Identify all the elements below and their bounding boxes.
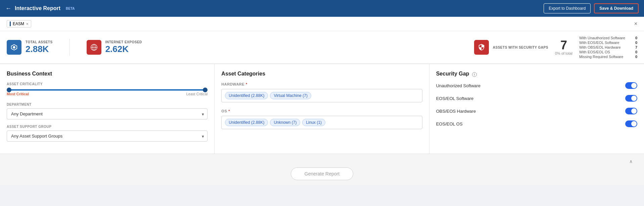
toggle-switch[interactable] [625,120,637,127]
security-list-item: With OBS/EOL Hardware7 [579,45,637,49]
tag-bar: EASM × × [0,17,644,31]
header: ← Interactive Report BETA Export to Dash… [0,0,644,17]
os-tag[interactable]: Linux (1) [302,119,325,126]
security-list-item: With EOS/EOL Software0 [579,41,637,45]
toggle-switch[interactable] [625,95,637,102]
security-gaps-value: 7 [560,39,567,51]
department-select[interactable]: Any Department [7,108,208,119]
internet-exposed-stat: INTERNET EXPOSED 2.62K [87,40,142,55]
stats-row: TOTAL ASSETS 2.88K INTERNET EXPOSED 2.62… [0,31,644,64]
total-assets-label: TOTAL ASSETS [26,40,53,44]
security-gap-info-icon: i [472,72,477,77]
asset-categories-title: Asset Categories [221,71,422,77]
main-content: EASM × × TOTAL ASSETS 2.88K INTERNET EXP… [0,17,644,154]
security-list-value: 0 [635,41,637,45]
hardware-tag[interactable]: Virtual Machine (7) [270,92,311,99]
total-assets-info: TOTAL ASSETS 2.88K [26,40,53,54]
toggle-switch[interactable] [625,82,637,89]
generate-report-button[interactable]: Generate Report [291,167,353,180]
security-gaps-pct: 0% of total [555,51,572,55]
slider-thumb-left[interactable] [7,88,11,92]
os-tag[interactable]: Unidentified (2.88K) [225,119,268,126]
security-gaps-stat: ASSETS WITH SECURITY GAPS [474,40,548,55]
department-label: DEPARTMENT [7,103,208,106]
back-arrow-icon[interactable]: ← [5,5,11,12]
asset-support-label: ASSET SUPPORT GROUP [7,125,208,128]
hardware-label: HARDWARE* [221,82,422,86]
collapse-arrow-area: ∧ [5,159,639,164]
security-list-value: 0 [635,50,637,54]
business-context-panel: Business Context ASSET CRITICALITY Most … [0,64,215,154]
security-gap-toggles: Unauthorized SoftwareEOS/EOL SoftwareOBS… [436,82,637,127]
security-list-value: 7 [635,45,637,49]
asset-categories-panel: Asset Categories HARDWARE* Unidentified … [215,64,429,154]
security-list-label: With OBS/EOL Hardware [579,45,621,49]
toggle-label: EOS/EOL Software [436,96,474,101]
toggle-row: EOS/EOL Software [436,95,637,102]
panels: Business Context ASSET CRITICALITY Most … [0,64,644,154]
security-gaps-label: ASSETS WITH SECURITY GAPS [493,46,548,49]
slider-thumb-right[interactable] [203,88,208,92]
security-gaps-count: 7 0% of total [555,39,572,55]
export-button[interactable]: Export to Dashboard [544,3,591,13]
os-label: OS* [221,109,422,113]
internet-exposed-label: INTERNET EXPOSED [105,40,142,44]
panel-close-icon[interactable]: × [634,21,637,27]
toggle-row: EOS/EOL OS [436,120,637,127]
collapse-icon[interactable]: ∧ [629,159,633,164]
page-title: Interactive Report [15,5,60,11]
security-gaps-info: ASSETS WITH SECURITY GAPS [493,46,548,49]
asset-criticality-section: ASSET CRITICALITY Most Critical Least Cr… [7,82,208,96]
asset-support-section: ASSET SUPPORT GROUP Any Asset Support Gr… [7,125,208,142]
internet-exposed-value: 2.62K [105,44,142,54]
hardware-required: * [246,82,247,86]
save-button[interactable]: Save & Download [594,3,639,13]
tag-divider [10,21,11,26]
criticality-slider[interactable] [7,89,208,91]
security-list-value: 0 [635,55,637,59]
os-required: * [228,109,230,113]
security-gap-title: Security Gap i [436,71,637,77]
tag-close-icon[interactable]: × [26,22,28,26]
security-list-item: Missing Required Software0 [579,55,637,59]
security-list-item: With EOS/EOL OS0 [579,50,637,54]
total-assets-icon [7,40,21,55]
slider-label-least-critical: Least Critical [186,92,208,96]
security-gap-panel: Security Gap i Unauthorized SoftwareEOS/… [429,64,644,154]
total-assets-stat: TOTAL ASSETS 2.88K [7,40,53,55]
internet-exposed-info: INTERNET EXPOSED 2.62K [105,40,142,54]
header-actions: Export to Dashboard Save & Download [544,3,639,13]
easm-tag: EASM × [7,20,31,28]
asset-support-select-wrapper: Any Asset Support Groups ▾ [7,131,208,142]
os-section: OS* Unidentified (2.88K)Unknown (7)Linux… [221,109,422,129]
toggle-switch[interactable] [625,108,637,114]
security-gaps-icon [474,40,489,55]
hardware-tags-container: Unidentified (2.88K)Virtual Machine (7) [221,89,422,102]
tag-label: EASM [13,21,24,26]
hardware-section: HARDWARE* Unidentified (2.88K)Virtual Ma… [221,82,422,102]
security-list-label: With Unauthorized Software [579,36,625,40]
header-left: ← Interactive Report BETA [5,5,75,12]
hardware-tag[interactable]: Unidentified (2.88K) [225,92,268,99]
department-section: DEPARTMENT Any Department ▾ [7,103,208,119]
os-tags-container: Unidentified (2.88K)Unknown (7)Linux (1) [221,116,422,129]
security-list-item: With Unauthorized Software0 [579,36,637,40]
toggle-row: Unauthorized Software [436,82,637,89]
asset-criticality-label: ASSET CRITICALITY [7,82,208,86]
os-tag[interactable]: Unknown (7) [270,119,300,126]
toggle-label: Unauthorized Software [436,83,480,88]
security-list: With Unauthorized Software0With EOS/EOL … [579,36,637,59]
toggle-label: OBS/EOS Hardware [436,109,476,114]
security-stats: ASSETS WITH SECURITY GAPS 7 0% of total … [474,36,637,59]
department-select-wrapper: Any Department ▾ [7,108,208,119]
internet-exposed-icon [87,40,101,55]
slider-labels: Most Critical Least Critical [7,92,208,96]
security-list-value: 0 [635,36,637,40]
total-assets-value: 2.88K [26,44,53,54]
footer: ∧ Generate Report [0,154,644,185]
asset-support-select[interactable]: Any Asset Support Groups [7,131,208,142]
beta-badge: BETA [66,7,75,10]
toggle-row: OBS/EOS Hardware [436,108,637,114]
security-list-label: With EOS/EOL OS [579,50,610,54]
business-context-title: Business Context [7,71,208,77]
